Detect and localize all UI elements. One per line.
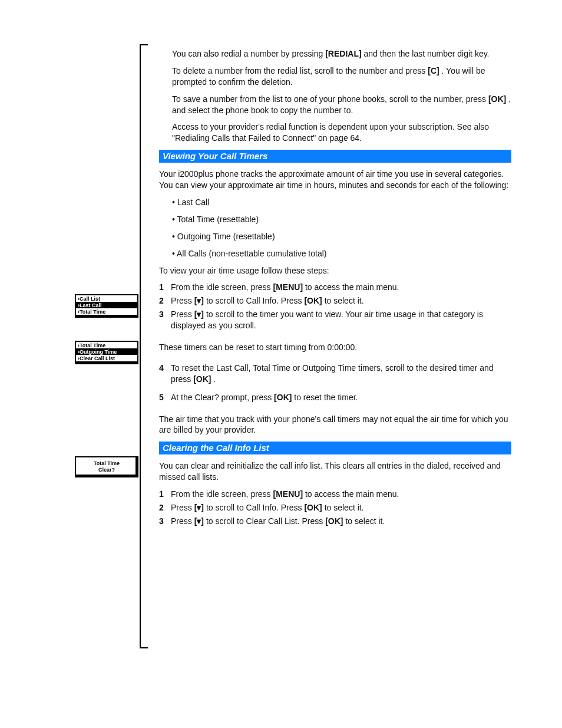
key-down: [▾] xyxy=(194,309,204,319)
lcd-line: ›Total Time xyxy=(76,308,137,315)
lcd-line: ›Call List xyxy=(76,295,137,302)
key-redial: [REDIAL] xyxy=(325,49,361,58)
step-text: From the idle screen, press [MENU] to ac… xyxy=(171,489,515,500)
step-number: 4 xyxy=(159,363,171,385)
lcd-line-selected: ›Outgoing Time xyxy=(76,348,137,355)
step-5: 5 At the Clear? prompt, press [OK] to re… xyxy=(159,392,515,403)
step-2b: 2 Press [▾] to scroll to Call Info. Pres… xyxy=(159,502,515,513)
lcd-line: Total Time xyxy=(76,460,137,467)
key-menu: [MENU] xyxy=(273,282,303,292)
note-subscription: Access to your provider's redial functio… xyxy=(172,121,515,144)
section-bracket xyxy=(140,44,148,648)
text: Press xyxy=(171,296,192,305)
key-ok: [OK] xyxy=(304,503,322,512)
key-ok: [OK] xyxy=(325,516,343,526)
step-number: 5 xyxy=(159,392,171,403)
key-ok: [OK] xyxy=(193,374,211,384)
note-resettable: These timers can be reset to start timin… xyxy=(159,342,515,353)
step-3: 3 Press [▾] to scroll to the timer you w… xyxy=(159,309,515,331)
lcd-screenshot-clear-prompt: Total Time Clear? xyxy=(75,456,138,477)
step-text: Press [▾] to scroll to Call Info. Press … xyxy=(171,295,515,307)
text: . xyxy=(213,374,216,384)
bullet-outgoing-time: • Outgoing Time (resettable) xyxy=(172,231,515,242)
text: to select it. xyxy=(325,503,364,512)
step-number: 2 xyxy=(159,295,171,307)
para-clear-intro: You can clear and reinitialize the call … xyxy=(159,460,515,483)
bullet-last-call: • Last Call xyxy=(172,197,515,208)
key-clear: [C] xyxy=(428,66,439,75)
note-billing: The air time that you track with your ph… xyxy=(159,414,515,436)
text: to scroll to Call Info. Press xyxy=(206,296,302,305)
text: You can also redial a number by pressing xyxy=(172,49,323,58)
key-down: [▾] xyxy=(194,296,204,305)
para-view-airtime: To view your air time usage follow these… xyxy=(159,265,515,276)
step-text: At the Clear? prompt, press [OK] to rese… xyxy=(171,392,515,403)
bullet-text: All Calls (non-resettable cumulative tot… xyxy=(177,249,326,258)
lcd-screenshot-last-call: ›Call List ›Last Call ›Total Time xyxy=(75,294,138,318)
bullet-total-time: • Total Time (resettable) xyxy=(172,214,515,225)
step-number: 2 xyxy=(159,502,171,513)
lcd-line: Clear? xyxy=(76,467,137,473)
text: To delete a number from the redial list,… xyxy=(172,66,425,75)
key-ok: [OK] xyxy=(488,94,506,104)
step-number: 3 xyxy=(159,516,171,527)
text: to scroll to the timer you want to view.… xyxy=(171,309,483,330)
page-content: You can also redial a number by pressing… xyxy=(159,48,515,529)
text: and then the last number digit key. xyxy=(364,49,490,58)
heading-call-timers: Viewing Your Call Timers xyxy=(159,150,511,163)
key-down: [▾] xyxy=(194,516,204,526)
lcd-line: ›Clear Call List xyxy=(76,355,137,361)
text: to access the main menu. xyxy=(305,282,399,292)
lcd-line-selected: ›Last Call xyxy=(76,302,137,308)
text: to select it. xyxy=(325,296,364,305)
text: Access to your provider's redial functio… xyxy=(172,122,489,143)
step-3b: 3 Press [▾] to scroll to Clear Call List… xyxy=(159,516,515,527)
step-1: 1 From the idle screen, press [MENU] to … xyxy=(159,282,515,293)
tip-save-number: To save a number from the list to one of… xyxy=(172,94,515,116)
lcd-line: ›Total Time xyxy=(76,342,137,348)
step-text: Press [▾] to scroll to Call Info. Press … xyxy=(171,502,515,513)
text: From the idle screen, press xyxy=(171,489,271,499)
text: to access the main menu. xyxy=(305,489,399,499)
text: To save a number from the list to one of… xyxy=(172,94,486,104)
step-text: Press [▾] to scroll to the timer you wan… xyxy=(171,309,515,331)
step-4: 4 To reset the Last Call, Total Time or … xyxy=(159,363,515,385)
key-down: [▾] xyxy=(194,503,204,512)
bullet-all-calls: • All Calls (non-resettable cumulative t… xyxy=(172,248,515,259)
key-ok: [OK] xyxy=(274,393,292,402)
text: to select it. xyxy=(345,516,385,526)
para-timer-intro: Your i2000plus phone tracks the approxim… xyxy=(159,169,515,191)
step-text: To reset the Last Call, Total Time or Ou… xyxy=(171,363,515,385)
step-number: 1 xyxy=(159,489,171,500)
text: to scroll to Clear Call List. Press xyxy=(206,516,323,526)
tip-redial: You can also redial a number by pressing… xyxy=(172,48,515,60)
bullet-text: Last Call xyxy=(177,197,209,207)
step-number: 1 xyxy=(159,282,171,293)
key-ok: [OK] xyxy=(304,296,322,305)
step-1b: 1 From the idle screen, press [MENU] to … xyxy=(159,489,515,500)
text: At the Clear? prompt, press xyxy=(171,393,272,402)
heading-clear-call-list: Clearing the Call Info List xyxy=(159,442,511,454)
step-text: Press [▾] to scroll to Clear Call List. … xyxy=(171,516,515,527)
step-text: From the idle screen, press [MENU] to ac… xyxy=(171,282,515,293)
text: Press xyxy=(171,309,192,319)
text: Press xyxy=(171,516,192,526)
step-2: 2 Press [▾] to scroll to Call Info. Pres… xyxy=(159,295,515,307)
text: To reset the Last Call, Total Time or Ou… xyxy=(171,363,494,384)
lcd-screenshot-outgoing-time: ›Total Time ›Outgoing Time ›Clear Call L… xyxy=(75,341,138,364)
tip-delete-number: To delete a number from the redial list,… xyxy=(172,65,515,88)
text: Press xyxy=(171,503,192,512)
key-menu: [MENU] xyxy=(273,489,303,499)
step-number: 3 xyxy=(159,309,171,331)
text: to scroll to Call Info. Press xyxy=(206,503,302,512)
text: to reset the timer. xyxy=(294,393,358,402)
bullet-text: Outgoing Time (resettable) xyxy=(177,232,275,241)
text: From the idle screen, press xyxy=(171,282,271,292)
bullet-text: Total Time (resettable) xyxy=(177,215,259,224)
